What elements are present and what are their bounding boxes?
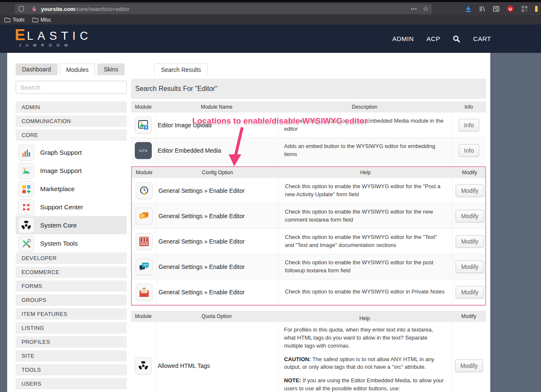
info-button[interactable]: Info	[459, 119, 479, 132]
tab-dashboard[interactable]: Dashboard	[16, 63, 57, 75]
annotation-text: Locations to enable/disable WYSIWYG edit…	[192, 116, 368, 126]
sidebar-category-core[interactable]: CORE	[16, 129, 127, 141]
sidebar-category-listing[interactable]: LISTING	[16, 322, 127, 334]
column-header: Config Option	[156, 170, 279, 175]
help-paragraph: For profiles in this quota, when they en…	[284, 326, 445, 350]
table-row: General Settings » Enable Editor Check t…	[132, 229, 485, 254]
column-header: Help	[279, 170, 452, 175]
sidebar-category-admin[interactable]: ADMIN	[16, 101, 127, 113]
crossed-tools-icon	[18, 236, 34, 252]
sidebar-category-developer[interactable]: DEVELOPER	[16, 252, 127, 264]
url-bar[interactable]: yoursite.com/core/search/ss=editor ☆	[15, 4, 432, 14]
sidebar-category-site[interactable]: SITE	[16, 350, 127, 362]
column-header: Modify	[451, 313, 486, 319]
library-icon[interactable]	[479, 5, 486, 12]
sidebar-category-communication[interactable]: COMMUNICATION	[16, 115, 127, 127]
column-header: Help	[278, 311, 451, 321]
bookmark-label: Tools	[13, 17, 25, 23]
bookmark-misc[interactable]: Misc	[32, 17, 51, 23]
urlbar-divider	[27, 5, 28, 12]
nav-admin[interactable]: ADMIN	[392, 35, 414, 42]
sidebar-item-label: Marketplace	[40, 185, 75, 192]
modify-button[interactable]: Modify	[456, 286, 484, 299]
url-text[interactable]: yoursite.com/core/search/ss=editor	[41, 6, 129, 12]
table-row: </> Editor Embedded Media Adds an embed …	[131, 138, 486, 163]
category-label: FORMS	[22, 283, 42, 289]
column-header: Quota Option	[156, 313, 278, 319]
config-help: Check this option to enable the WYSIWYG …	[279, 254, 452, 279]
tabs-gap	[127, 63, 154, 75]
tab-skins[interactable]: Skins	[97, 63, 124, 75]
sidebar-item-marketplace[interactable]: Marketplace	[16, 180, 127, 198]
bar-chart-icon	[18, 145, 34, 161]
table-header-row: Module Config Option Help Modify	[132, 167, 485, 178]
svg-text:★: ★	[142, 191, 146, 196]
modify-button[interactable]: Modify	[455, 359, 483, 372]
config-option: General Settings » Enable Editor	[156, 178, 279, 203]
quota-help: For profiles in this quota, when they en…	[278, 322, 451, 392]
category-label: ECOMMERCE	[22, 269, 60, 275]
content-canvas: Dashboard Modules Skins Search Results A…	[7, 53, 490, 392]
documentation-icon	[136, 233, 153, 250]
category-label: DEVELOPER	[22, 255, 57, 261]
adblock-badge-icon[interactable]	[507, 5, 514, 12]
sidebar-item-image-support[interactable]: Image Support	[16, 162, 127, 180]
sidebar-item-graph-support[interactable]: Graph Support	[16, 143, 127, 162]
sidebar-item-support-center[interactable]: Support Center	[16, 198, 127, 216]
insecure-lock-icon[interactable]	[31, 5, 37, 12]
bookmark-star-icon[interactable]: ☆	[423, 5, 429, 12]
sidebar-item-label: Graph Support	[40, 149, 82, 156]
support-center-icon	[18, 199, 34, 215]
column-header: Info	[451, 104, 486, 110]
search-icon[interactable]	[453, 35, 460, 43]
config-help: Check this option to enable the WYSIWYG …	[279, 229, 452, 254]
sidebar-category-forms[interactable]: FORMS	[16, 280, 127, 292]
extensions-grid-icon[interactable]	[521, 5, 528, 12]
tab-modules[interactable]: Modules	[60, 63, 96, 75]
search-input[interactable]	[16, 81, 127, 94]
category-label: COMMUNICATION	[22, 118, 71, 124]
sidebar-category-users[interactable]: USERS	[16, 378, 127, 389]
shield-icon[interactable]	[18, 5, 25, 12]
sidebar-item-label: Image Support	[40, 167, 82, 174]
private-notes-icon	[136, 284, 153, 301]
sidebar-item-system-tools[interactable]: System Tools	[16, 234, 127, 252]
nav-acp[interactable]: ACP	[426, 35, 440, 42]
radiation-icon	[135, 357, 152, 374]
sidebar-category-tools[interactable]: TOOLS	[16, 364, 127, 376]
tab-search-results[interactable]: Search Results	[154, 63, 208, 75]
modify-button[interactable]: Modify	[456, 260, 484, 273]
bookmark-label: Misc	[41, 17, 51, 23]
annotation-arrow-icon	[225, 126, 251, 168]
sidebar-category-profiles[interactable]: PROFILES	[16, 336, 127, 348]
image-icon	[18, 163, 34, 179]
sidebar-item-system-core[interactable]: System Core	[16, 216, 127, 234]
config-option: General Settings » Enable Editor	[156, 203, 279, 228]
tabs-row: Dashboard Modules Skins Search Results	[16, 63, 210, 75]
download-icon[interactable]	[465, 5, 472, 12]
category-label: ADMIN	[22, 104, 40, 110]
bookmark-tools[interactable]: Tools	[4, 17, 25, 23]
sidebar-category-ecommerce[interactable]: ECOMMERCE	[16, 266, 127, 278]
nav-cart[interactable]: CART	[473, 35, 491, 42]
theme-icon[interactable]	[535, 5, 538, 12]
info-button[interactable]: Info	[459, 144, 479, 157]
sidebar-category-item-features[interactable]: ITEM FEATURES	[16, 308, 127, 320]
page-background: Dashboard Modules Skins Search Results A…	[0, 53, 541, 392]
modify-button[interactable]: Modify	[456, 235, 484, 248]
site-logo[interactable]: ELASTIC JAMROOM	[15, 28, 92, 47]
config-options-table: Module Config Option Help Modify ★ Gener…	[131, 166, 486, 306]
config-option: General Settings » Enable Editor	[156, 229, 279, 254]
modify-button[interactable]: Modify	[456, 184, 484, 197]
marketplace-icon	[18, 181, 34, 197]
modify-button[interactable]: Modify	[456, 210, 484, 222]
help-paragraph: NOTE: If you are using the Editor Embedd…	[284, 377, 450, 392]
sidebar-toggle-icon[interactable]	[493, 5, 500, 12]
config-help: Check this option to enable the WYSIWYG …	[279, 203, 452, 228]
more-options-icon[interactable]	[411, 8, 417, 10]
sidebar-category-groups[interactable]: GROUPS	[16, 294, 127, 306]
help-paragraph: CAUTION: The safest option is to not all…	[284, 356, 445, 372]
category-label: SITE	[22, 353, 35, 359]
page-title: Search Results For "Editor"	[131, 79, 486, 99]
logo-subtitle: JAMROOM	[19, 43, 92, 47]
